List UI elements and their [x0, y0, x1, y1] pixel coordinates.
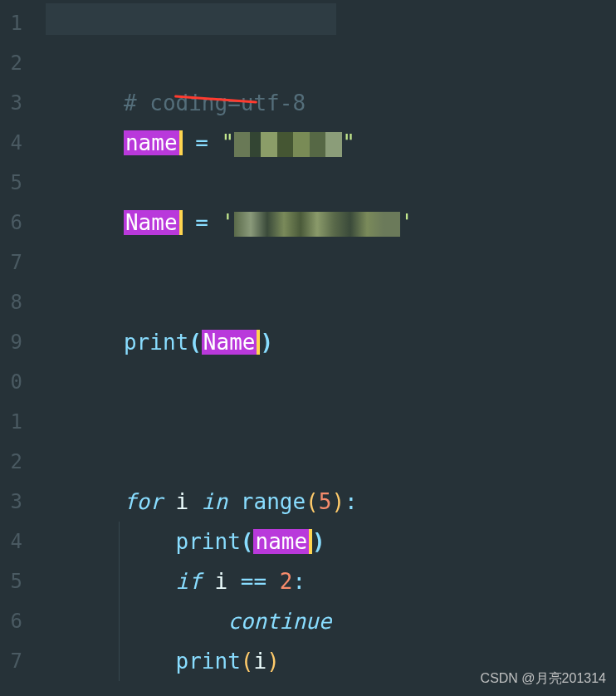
- code-line[interactable]: print(i): [46, 601, 616, 641]
- code-line[interactable]: Name = '': [46, 163, 616, 203]
- line-number: 9: [0, 322, 22, 362]
- line-number: 6: [0, 203, 22, 243]
- line-number: 5: [0, 561, 22, 601]
- code-line[interactable]: name = "": [46, 83, 616, 123]
- line-number: 3: [0, 83, 22, 123]
- code-line[interactable]: [46, 322, 616, 362]
- line-number: 2: [0, 43, 22, 83]
- line-number: 8: [0, 282, 22, 322]
- current-line-highlight: [46, 3, 336, 35]
- line-number: 1: [0, 3, 22, 43]
- watermark: CSDN @月亮201314: [481, 670, 606, 688]
- line-number: 0: [0, 362, 22, 402]
- code-line[interactable]: [46, 402, 616, 442]
- code-line[interactable]: [46, 362, 616, 402]
- line-gutter: 1 2 3 4 5 6 7 8 9 0 1 2 3 4 5 6 7: [0, 0, 29, 696]
- line-number: 6: [0, 601, 22, 641]
- line-number: 4: [0, 123, 22, 163]
- code-line[interactable]: for i in range(5):: [46, 442, 616, 482]
- code-line[interactable]: [46, 243, 616, 282]
- line-number: 7: [0, 243, 22, 282]
- code-line[interactable]: continue: [46, 561, 616, 601]
- code-line[interactable]: if i == 2:: [46, 522, 616, 561]
- code-line[interactable]: # coding=utf-8: [46, 3, 616, 43]
- line-number: 5: [0, 163, 22, 203]
- code-content[interactable]: # coding=utf-8 name = "" Name = '' print…: [29, 0, 616, 696]
- line-number: 1: [0, 402, 22, 442]
- code-line[interactable]: print(name): [46, 482, 616, 522]
- line-number: 3: [0, 482, 22, 522]
- code-line[interactable]: [46, 43, 616, 83]
- code-line[interactable]: print(Name): [46, 282, 616, 322]
- code-line[interactable]: [46, 123, 616, 163]
- line-number: 7: [0, 641, 22, 681]
- code-line[interactable]: [46, 203, 616, 243]
- line-number: 4: [0, 522, 22, 561]
- code-editor[interactable]: 1 2 3 4 5 6 7 8 9 0 1 2 3 4 5 6 7 # codi…: [0, 0, 616, 696]
- red-strike-annotation: [174, 96, 257, 104]
- line-number: 2: [0, 442, 22, 482]
